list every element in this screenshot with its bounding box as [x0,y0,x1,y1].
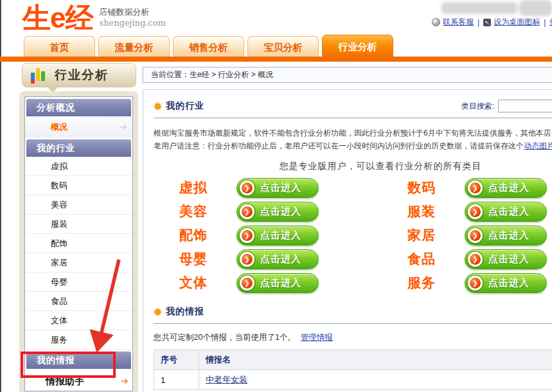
notice-text: 根据淘宝服务市场最新规定，软件不能包含行业分析功能，因此行业分析预计于6月中下旬… [154,127,552,152]
tab-item-analysis[interactable]: 宝贝分析 [247,36,319,58]
enter-arrow-icon: ❯ [240,276,254,290]
link-separator: | [477,18,479,27]
enter-button-food[interactable]: ❯ 点击进入 [465,249,547,269]
sidebar-item-virtual[interactable]: 虚拟 [25,157,132,176]
category-cell: 服装 ❯ 点击进入 [407,201,552,222]
enter-button-baby[interactable]: ❯ 点击进入 [236,249,319,269]
category-search: 类目搜索: [461,100,552,112]
notice-line-2-text: 老用户请注意：行业分析功能停止后，老用户还可以在一小段时间内访问到行业的历史数据… [154,141,524,150]
category-label: 母婴 [179,250,208,268]
industry-section-header: 我的行业 类目搜索: [154,98,552,114]
enter-button-digital[interactable]: ❯ 点击进入 [465,178,547,198]
cell-index: 1 [154,370,199,390]
redacted-user-info [519,0,552,16]
sidebar-item-accessories[interactable]: 配饰 [25,234,132,253]
enter-button-virtual[interactable]: ❯ 点击进入 [236,178,319,198]
notice-line-2: 老用户请注意：行业分析功能停止后，老用户还可以在一小段时间内访问到行业的历史数据… [154,139,552,152]
app-logo: 生e经 店铺数据分析 shengejing.com [22,5,166,31]
enter-button-beauty[interactable]: ❯ 点击进入 [236,202,319,222]
logo-text: 生e经 [22,5,93,31]
dynamic-image-link[interactable]: 动态图片 [524,141,552,150]
category-search-input[interactable] [498,100,552,112]
set-desktop-link[interactable]: 设为桌面图标 [494,17,540,28]
category-label: 文体 [179,274,208,292]
intel-quota-text: 您共可定制20个情报，当前使用了1个。管理情报 [154,332,552,343]
enter-button-accessories[interactable]: ❯ 点击进入 [236,226,319,245]
sidebar-section-overview: 分析概况 [26,99,131,116]
logo-subtitle: 店铺数据分析 [99,6,166,18]
enter-button-label: 点击进入 [260,182,301,194]
sidebar-title: 行业分析 [55,67,109,84]
enter-arrow-icon: ❯ [240,228,254,243]
section-title: 我的情报 [166,306,204,317]
main-content: 我的行业 类目搜索: 根据淘宝服务市场最新规定，软件不能包含行业分析功能，因此行… [143,89,552,392]
sidebar-item-digital[interactable]: 数码 [25,176,132,195]
intel-section-header: 我的情报 [154,303,552,320]
category-cell: 虚拟 ❯ 点击进入 [179,177,407,198]
enter-arrow-icon: ❯ [468,228,483,243]
link-separator: | [544,18,546,27]
category-label: 服务 [407,274,436,292]
category-cell: 数码 ❯ 点击进入 [407,177,552,198]
qq-contact-icon [432,18,440,26]
enter-button-sports[interactable]: ❯ 点击进入 [236,273,319,293]
contact-support-link[interactable]: 联系客服 [443,17,474,28]
sidebar-item-beauty[interactable]: 美容 [25,195,132,215]
section-bullet-icon [155,309,161,315]
pro-user-text: 您是专业版用户，可以查看行业分析的所有类目 [154,161,552,172]
cell-intel-name: 中老年女装 [199,370,552,390]
enter-button-label: 点击进入 [488,277,530,289]
page: { "header": { "logo": "生e经", "logo_subti… [0,0,552,392]
enter-arrow-icon: ❯ [240,204,254,219]
enter-button-services[interactable]: ❯ 点击进入 [465,273,547,293]
sidebar-item-label: 概况 [51,116,67,138]
enter-button-home[interactable]: ❯ 点击进入 [465,226,547,245]
quota-text: 您共可定制20个情报，当前使用了1个。 [154,333,296,342]
category-search-label: 类目搜索: [461,101,494,112]
tab-traffic-analysis[interactable]: 流量分析 [98,36,170,58]
enter-arrow-icon: ❯ [240,181,254,195]
table-header-row: 序号 情报名 [154,350,552,370]
category-label: 数码 [407,179,436,197]
category-cell: 食品 ❯ 点击进入 [407,249,552,269]
enter-button-label: 点击进入 [488,206,530,218]
category-label: 配饰 [179,226,208,244]
enter-button-clothing[interactable]: ❯ 点击进入 [465,202,547,222]
manage-intel-link[interactable]: 管理情报 [301,333,333,342]
intel-item-link[interactable]: 中老年女装 [206,375,247,384]
category-label: 食品 [407,250,436,268]
redacted-user-info [441,2,518,14]
col-header-intel-name: 情报名 [199,350,552,370]
category-cell: 文体 ❯ 点击进入 [179,272,407,293]
help-link[interactable]: 使用帮助 [549,17,552,28]
category-label: 家居 [407,226,436,244]
bar-chart-3d-icon [30,66,47,84]
enter-arrow-icon: ❯ [468,204,483,219]
category-label: 虚拟 [179,179,208,197]
enter-button-label: 点击进入 [260,253,301,265]
table-row: 1 中老年女装 [154,370,552,390]
category-cell: 家居 ❯ 点击进入 [407,225,552,245]
section-title: 我的行业 [166,100,204,112]
tab-industry-analysis[interactable]: 行业分析 [322,35,393,58]
annotation-arrow [82,256,134,360]
category-cell: 服务 ❯ 点击进入 [407,272,552,293]
breadcrumb: 当前位置：生e经 > 行业分析 > 概况 [143,67,552,83]
tabbar-underline [0,57,552,62]
enter-button-label: 点击进入 [488,182,530,194]
category-cell: 配饰 ❯ 点击进入 [179,225,407,245]
enter-arrow-icon: ❯ [468,276,483,290]
category-label: 美容 [179,202,208,220]
sidebar-item-clothing[interactable]: 服装 [25,215,132,234]
enter-button-label: 点击进入 [260,229,301,242]
section-divider [154,323,552,324]
tab-sales-analysis[interactable]: 销售分析 [173,36,244,58]
sidebar-title-badge: 行业分析 [22,63,136,87]
sidebar-item-overview[interactable]: 概况 ➜ [25,116,132,138]
intel-table: 序号 情报名 1 中老年女装 [154,350,552,390]
category-label: 服装 [407,202,436,220]
desktop-shortcut-icon: ↖ [483,19,491,26]
enter-arrow-icon: ❯ [240,252,254,267]
tab-home[interactable]: 首页 [24,36,95,58]
enter-arrow-icon: ❯ [468,181,483,195]
